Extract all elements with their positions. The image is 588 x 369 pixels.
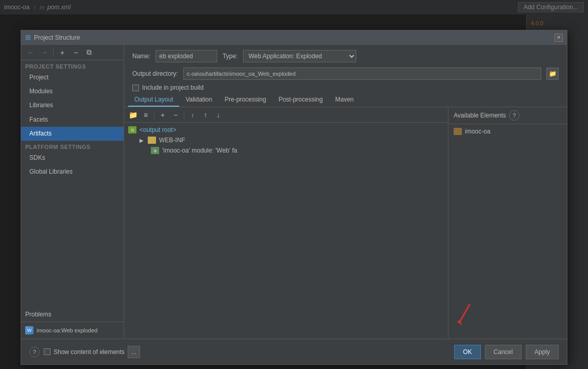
layout-toolbar: 📁 ≡ + − ↕ ↑ ↓ <box>124 107 448 123</box>
root-icon: ⊙ <box>128 126 136 133</box>
output-dir-label: Output directory: <box>132 70 178 77</box>
tab-pre-processing[interactable]: Pre-processing <box>218 93 272 107</box>
add-artifact-button[interactable]: + <box>57 47 68 58</box>
dialog-footer: ? Show content of elements ... OK Cancel… <box>21 339 567 364</box>
expand-arrow-web-inf[interactable]: ▶ <box>140 138 145 143</box>
project-structure-dialog: ⊞ Project Structure ✕ ← → + − ⧉ Project … <box>21 30 567 365</box>
layout-separator2 <box>184 111 184 119</box>
ok-button[interactable]: OK <box>454 345 480 359</box>
cancel-button[interactable]: Cancel <box>485 345 522 359</box>
artifact-item-web-exploded[interactable]: W imooc-oa:Web exploded <box>21 324 124 337</box>
remove-artifact-button[interactable]: − <box>70 47 81 58</box>
footer-help-icon[interactable]: ? <box>29 347 40 357</box>
available-elements-header: Available Elements ? <box>448 107 567 124</box>
tab-validation[interactable]: Validation <box>179 93 218 107</box>
sidebar-item-libraries[interactable]: Libraries <box>21 98 124 112</box>
dialog-close-button[interactable]: ✕ <box>555 33 563 42</box>
name-label: Name: <box>132 53 150 60</box>
tab-post-processing[interactable]: Post-processing <box>272 93 329 107</box>
layout-right: Available Elements ? imooc-oa <box>448 107 567 339</box>
layout-content: ⊙ <output root> ▶ WEB-INF <box>124 123 448 339</box>
output-dir-input[interactable] <box>183 68 541 80</box>
main-panel: Name: Type: Web Application: Exploded Ou… <box>124 45 567 339</box>
layout-list-btn[interactable]: ≡ <box>140 109 151 121</box>
ellipsis-button[interactable]: ... <box>128 346 140 358</box>
layout-up-btn[interactable]: ↑ <box>200 109 211 121</box>
sidebar: ← → + − ⧉ Project Settings Project Modul… <box>21 45 124 339</box>
sidebar-item-artifacts[interactable]: Artifacts <box>21 127 124 141</box>
tree-item-web-inf[interactable]: ▶ WEB-INF <box>124 135 448 145</box>
show-content-row: Show content of elements ... <box>44 346 140 358</box>
layout-folder-btn[interactable]: 📁 <box>127 109 139 121</box>
layout-area: 📁 ≡ + − ↕ ↑ ↓ ⊙ <output r <box>124 107 567 339</box>
tabs-bar: Output Layout Validation Pre-processing … <box>124 93 567 107</box>
apply-button[interactable]: Apply <box>526 345 559 359</box>
dialog-title-text: Project Structure <box>34 34 80 41</box>
sidebar-item-facets[interactable]: Facets <box>21 113 124 127</box>
show-content-label: Show content of elements <box>54 348 125 356</box>
tree-item-imooc-module[interactable]: ◉ 'imooc-oa' module: 'Web' fa <box>124 145 448 156</box>
sidebar-item-sdks[interactable]: SDKs <box>21 151 124 165</box>
output-dir-row: Output directory: 📁 <box>124 65 567 82</box>
sidebar-toolbar: ← → + − ⧉ <box>21 45 124 60</box>
type-select[interactable]: Web Application: Exploded <box>243 50 356 62</box>
layout-separator <box>154 111 154 119</box>
sidebar-item-problems[interactable]: Problems <box>21 308 124 322</box>
layout-left: 📁 ≡ + − ↕ ↑ ↓ ⊙ <output r <box>124 107 448 339</box>
layout-remove-btn[interactable]: − <box>170 109 181 121</box>
include-checkbox[interactable] <box>132 85 139 91</box>
sidebar-item-project[interactable]: Project <box>21 71 124 85</box>
type-label: Type: <box>222 53 237 60</box>
avail-item-imooc-oa[interactable]: imooc-oa <box>448 126 567 137</box>
dialog-title-icon: ⊞ <box>25 33 31 41</box>
dialog-body: ← → + − ⧉ Project Settings Project Modul… <box>21 45 567 339</box>
include-row: Include in project build <box>124 82 567 93</box>
platform-settings-section-header: Platform Settings <box>21 141 124 151</box>
include-label: Include in project build <box>142 84 203 91</box>
folder-icon-web-inf <box>148 137 156 144</box>
tab-maven[interactable]: Maven <box>329 93 360 107</box>
layout-add-btn[interactable]: + <box>157 109 168 121</box>
layout-down-btn[interactable]: ↓ <box>213 109 224 121</box>
footer-right: OK Cancel Apply <box>454 345 559 359</box>
dialog-title-left: ⊞ Project Structure <box>25 33 80 41</box>
sidebar-item-modules[interactable]: Modules <box>21 85 124 98</box>
artifact-list-area: W imooc-oa:Web exploded <box>21 322 124 339</box>
output-dir-browse-button[interactable]: 📁 <box>546 68 559 80</box>
toolbar-separator <box>53 48 54 57</box>
tab-output-layout[interactable]: Output Layout <box>128 93 179 107</box>
forward-button[interactable]: → <box>39 47 50 58</box>
copy-artifact-button[interactable]: ⧉ <box>83 47 95 58</box>
tree-item-output-root[interactable]: ⊙ <output root> <box>124 125 448 135</box>
module-icon: ◉ <box>151 147 159 154</box>
show-content-checkbox[interactable] <box>44 348 50 355</box>
avail-module-icon <box>454 128 462 135</box>
sidebar-item-global-libraries[interactable]: Global Libraries <box>21 165 124 179</box>
available-help-icon[interactable]: ? <box>509 110 520 121</box>
footer-left: Show content of elements ... <box>44 346 450 358</box>
config-name-row: Name: Type: Web Application: Exploded <box>124 45 567 65</box>
back-button[interactable]: ← <box>25 47 37 58</box>
available-content: imooc-oa <box>448 124 567 339</box>
artifact-web-icon: W <box>25 326 33 334</box>
dialog-titlebar: ⊞ Project Structure ✕ <box>21 30 567 45</box>
layout-sort-btn[interactable]: ↕ <box>187 109 198 121</box>
name-input[interactable] <box>155 50 217 62</box>
project-settings-section-header: Project Settings <box>21 60 124 71</box>
